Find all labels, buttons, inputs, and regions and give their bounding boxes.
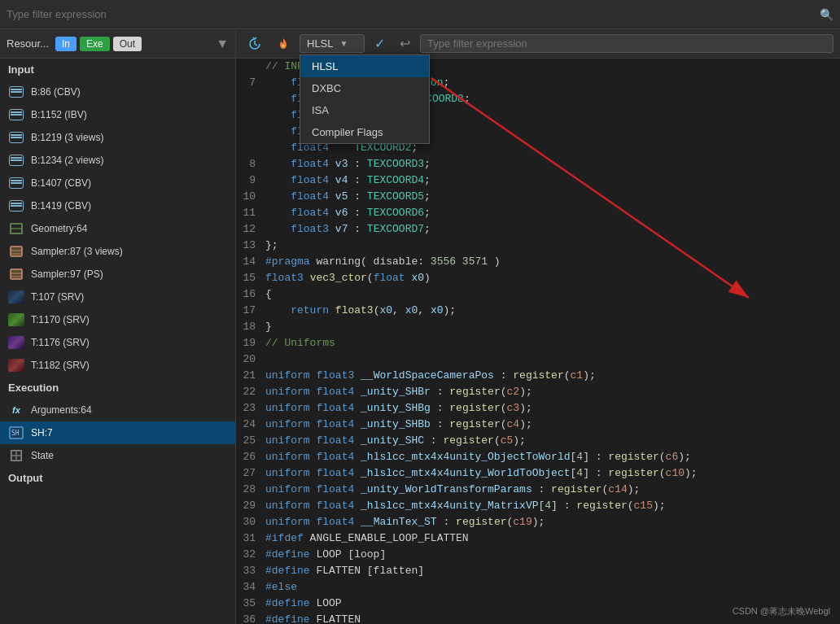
code-line: 12 float3 v7 : TEXCOORD7; <box>236 221 840 238</box>
list-item[interactable]: B:1234 (2 views) <box>0 149 235 172</box>
code-line: 11 float4 v6 : TEXCOORD6; <box>236 205 840 221</box>
code-line: 32 #define LOOP [loop] <box>236 547 840 563</box>
code-line: 10 float4 v5 : TEXCOORD5; <box>236 189 840 205</box>
code-line: 31 #ifdef ANGLE_ENABLE_LOOP_FLATTEN <box>236 530 840 547</box>
item-label: State <box>31 450 54 461</box>
state-icon <box>8 447 24 464</box>
shader-type-label: HLSL <box>307 37 334 50</box>
item-label: B:1234 (2 views) <box>31 155 103 166</box>
list-item[interactable]: Sampler:97 (PS) <box>0 263 235 286</box>
code-line: 28 uniform float4 _unity_WorldTransformP… <box>236 482 840 498</box>
filter-icon[interactable]: ▼ <box>216 37 229 51</box>
cylinder-icon <box>8 175 24 191</box>
tab-out[interactable]: Out <box>113 37 142 51</box>
svg-text:SH: SH <box>11 430 20 437</box>
code-line: 33 #define FLATTEN [flatten] <box>236 563 840 579</box>
list-item[interactable]: Geometry:64 <box>0 217 235 240</box>
item-label: T:1176 (SRV) <box>31 337 90 348</box>
sampler-icon <box>8 266 24 282</box>
flame-button[interactable] <box>272 33 295 55</box>
code-line: 26 uniform float4 _hlslcc_mtx4x4unity_Ob… <box>236 449 840 465</box>
texture-icon <box>8 289 24 305</box>
code-line: 35 #define LOOP <box>236 596 840 612</box>
dropdown-arrow-icon: ▼ <box>340 39 348 48</box>
code-line: 13 }; <box>236 238 840 254</box>
list-item[interactable]: T:1170 (SRV) <box>0 308 235 331</box>
fx-icon: fx <box>8 402 24 418</box>
list-item[interactable]: B:1152 (IBV) <box>0 103 235 126</box>
code-line: 36 #define FLATTEN <box>236 612 840 624</box>
shader-type-button[interactable]: HLSL ▼ <box>300 34 365 53</box>
right-filter-input[interactable] <box>420 34 833 53</box>
svg-rect-2 <box>11 247 22 256</box>
code-line: 17 return float3(x0, x0, x0); <box>236 303 840 319</box>
top-search-bar: 🔍 <box>0 0 840 29</box>
list-item[interactable]: Sampler:87 (3 views) <box>0 240 235 263</box>
shader-type-dropdown[interactable]: HLSL ▼ HLSL DXBC ISA Compiler Flags <box>300 34 365 53</box>
history-button[interactable] <box>243 33 267 55</box>
input-section-header: Input <box>0 59 235 81</box>
code-line: 27 uniform float4 _hlslcc_mtx4x4unity_Wo… <box>236 465 840 482</box>
texture-icon <box>8 334 24 351</box>
list-item[interactable]: T:1176 (SRV) <box>0 331 235 354</box>
code-line: 16 { <box>236 286 840 303</box>
item-label: Arguments:64 <box>31 404 92 416</box>
code-line: 14 #pragma warning( disable: 3556 3571 ) <box>236 254 840 270</box>
shader-type-menu: HLSL DXBC ISA Compiler Flags <box>300 55 430 144</box>
svg-rect-5 <box>11 269 22 279</box>
code-line: 9 float4 v4 : TEXCOORD4; <box>236 172 840 189</box>
code-line: 23 uniform float4 _unity_SHBg : register… <box>236 400 840 417</box>
confirm-button[interactable]: ✓ <box>370 33 390 55</box>
item-label: Sampler:87 (3 views) <box>31 246 123 257</box>
list-item[interactable]: B:86 (CBV) <box>0 81 235 103</box>
execution-section-header: Execution <box>0 377 235 399</box>
left-panel: Resour... In Exe Out ▼ Input B:86 (CBV) <box>0 29 236 624</box>
item-label: T:1182 (SRV) <box>31 360 90 371</box>
dropdown-item-isa[interactable]: ISA <box>300 99 429 121</box>
code-line: 30 uniform float4 __MainTex_ST : registe… <box>236 514 840 530</box>
list-item-state[interactable]: State <box>0 444 235 467</box>
top-filter-input[interactable] <box>7 8 820 20</box>
code-line: 18 } <box>236 319 840 335</box>
dropdown-item-dxbc[interactable]: DXBC <box>300 77 429 99</box>
item-label: B:86 (CBV) <box>31 86 81 98</box>
code-line: 22 uniform float4 _unity_SHBr : register… <box>236 384 840 400</box>
search-icon: 🔍 <box>820 8 833 21</box>
list-item[interactable]: T:107 (SRV) <box>0 286 235 308</box>
dropdown-item-hlsl[interactable]: HLSL <box>300 55 429 77</box>
dropdown-item-compiler-flags[interactable]: Compiler Flags <box>300 121 429 143</box>
item-label: Geometry:64 <box>31 223 87 234</box>
item-label: B:1407 (CBV) <box>31 177 91 189</box>
code-line: 34 #else <box>236 579 840 596</box>
resource-tabs-bar: Resour... In Exe Out ▼ <box>0 29 235 59</box>
tab-in[interactable]: In <box>55 37 77 51</box>
item-label: T:107 (SRV) <box>31 291 84 303</box>
sh-icon: SH <box>8 425 24 441</box>
cylinder-icon <box>8 152 24 168</box>
list-item[interactable]: T:1182 (SRV) <box>0 354 235 377</box>
code-line: 15 float3 vec3_ctor(float x0) <box>236 270 840 286</box>
item-label: B:1152 (IBV) <box>31 109 87 120</box>
list-item-sh7[interactable]: SH SH:7 <box>0 421 235 444</box>
right-panel: HLSL ▼ HLSL DXBC ISA Compiler Flags ✓ ↩ <box>236 29 840 624</box>
texture-icon <box>8 312 24 328</box>
texture-icon <box>8 357 24 373</box>
tab-exe[interactable]: Exe <box>80 37 110 51</box>
resource-label: Resour... <box>7 37 49 50</box>
resource-list: Input B:86 (CBV) B:1152 (IBV) B: <box>0 59 235 624</box>
cylinder-icon <box>8 107 24 123</box>
code-line: 29 uniform float4 _hlslcc_mtx4x4unity_Ma… <box>236 498 840 514</box>
code-line: 20 <box>236 351 840 368</box>
list-item[interactable]: B:1219 (3 views) <box>0 126 235 149</box>
item-label: T:1170 (SRV) <box>31 314 90 325</box>
sampler-icon <box>8 243 24 260</box>
undo-button[interactable]: ↩ <box>395 33 415 55</box>
item-label: B:1219 (3 views) <box>31 132 103 143</box>
item-label: Sampler:97 (PS) <box>31 268 103 280</box>
list-item[interactable]: fx Arguments:64 <box>0 399 235 421</box>
right-toolbar: HLSL ▼ HLSL DXBC ISA Compiler Flags ✓ ↩ <box>236 29 840 59</box>
code-line: 25 uniform float4 _unity_SHC : register(… <box>236 433 840 449</box>
list-item[interactable]: B:1407 (CBV) <box>0 172 235 194</box>
code-line: 19 // Uniforms <box>236 335 840 351</box>
list-item[interactable]: B:1419 (CBV) <box>0 194 235 217</box>
